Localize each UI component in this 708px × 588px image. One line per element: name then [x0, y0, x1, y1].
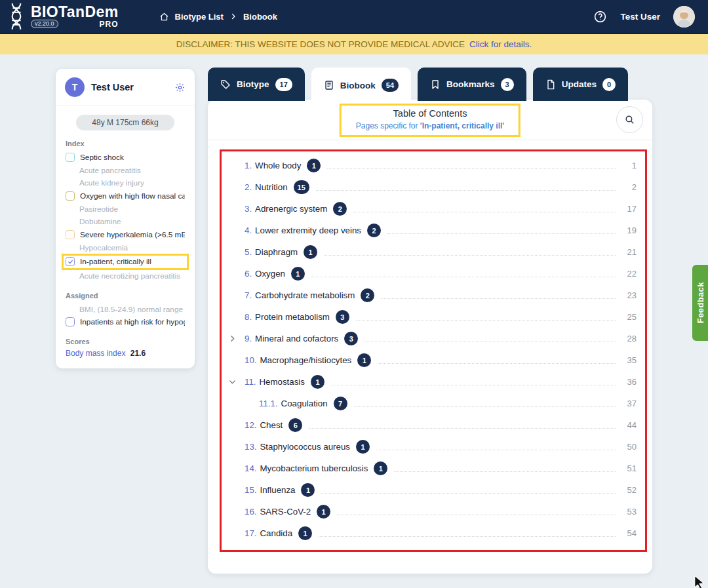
dotted-leader	[394, 471, 616, 472]
toc-count-badge: 1	[317, 505, 330, 519]
tab-biotype[interactable]: Biotype 17	[208, 68, 305, 101]
logo-wordmark: BIOTanDem	[31, 5, 119, 19]
book-icon	[324, 80, 334, 90]
list-item[interactable]: Septic shock	[66, 151, 185, 164]
app-screen: BIOTanDem v2.20.0 PRO Biotype List Biobo…	[0, 0, 708, 588]
search-button[interactable]	[616, 106, 643, 133]
score-row: Body mass index 21.6	[66, 349, 185, 358]
toc-row[interactable]: 11. Hemostasis 1 36	[222, 371, 645, 393]
item-checkbox-checked[interactable]	[66, 257, 75, 266]
bmi-score-value: 21.6	[130, 349, 146, 358]
item-checkbox[interactable]	[66, 153, 75, 162]
index-list: Septic shock Acute pancreatitis Acute ki…	[66, 151, 185, 283]
help-icon[interactable]	[593, 10, 607, 24]
list-item: BMI, (18.5-24.9) normal range	[66, 303, 185, 316]
toc-row[interactable]: 6. Oxygen 1 22	[222, 263, 645, 284]
list-item: Pasireotide	[66, 203, 185, 216]
toc-page-number: 22	[622, 269, 637, 279]
toc-count-badge: 7	[334, 397, 347, 410]
toc-row[interactable]: 2. Nutrition 15 2	[222, 176, 645, 198]
dna-logo-icon	[8, 3, 25, 30]
toc-subtitle: Pages specific for 'In-patient, critical…	[356, 121, 504, 130]
list-item[interactable]: Inpatients at high risk for hypogly...	[66, 316, 185, 329]
breadcrumb-biotype-list[interactable]: Biotype List	[175, 12, 224, 22]
breadcrumb-current: Biobook	[243, 12, 277, 22]
bookmark-icon	[430, 79, 441, 90]
app-logo[interactable]: BIOTanDem v2.20.0 PRO	[8, 3, 119, 30]
toc-page-number: 44	[622, 420, 637, 430]
toc-row[interactable]: 16. SARS-CoV-2 1 53	[222, 501, 645, 522]
tag-icon	[220, 79, 231, 90]
toc-row[interactable]: 13. Staphylococcus aureus 1 50	[222, 436, 645, 458]
toc-count-badge: 15	[294, 180, 309, 194]
biobook-panel: Table of Contents Pages specific for 'In…	[208, 100, 652, 574]
toc-page-number: 52	[622, 485, 637, 495]
item-checkbox[interactable]	[66, 230, 75, 239]
mouse-cursor	[693, 575, 707, 588]
toc-row[interactable]: 12. Chest 6 44	[222, 414, 645, 436]
toc-row[interactable]: 11.1. Coagulation 7 37	[222, 393, 645, 414]
user-avatar[interactable]	[673, 6, 695, 28]
list-item[interactable]: Oxygen with high flow nasal cann...	[66, 189, 185, 203]
dotted-leader	[381, 298, 616, 299]
dotted-leader	[319, 536, 616, 537]
profile-card: T Test User 48y M 175cm 66kg Index Septi…	[56, 69, 195, 368]
toc-page-number: 25	[622, 312, 637, 322]
dotted-leader	[354, 406, 616, 407]
feedback-button[interactable]: Feedback	[692, 265, 708, 341]
toc-count-badge: 1	[374, 461, 387, 475]
toc-count-badge: 1	[357, 353, 371, 367]
tab-biobook[interactable]: Biobook 54	[311, 68, 411, 103]
dotted-leader	[337, 515, 616, 515]
item-checkbox[interactable]	[66, 191, 75, 201]
toc-row[interactable]: 17. Candida 1 54	[222, 522, 645, 544]
toc-page-number: 28	[622, 334, 637, 343]
toc-page-number: 36	[622, 377, 637, 387]
dotted-leader	[321, 493, 616, 494]
item-checkbox[interactable]	[66, 317, 75, 326]
list-item-highlighted[interactable]: In-patient, critically ill	[64, 256, 187, 269]
index-section-label: Index	[66, 140, 185, 147]
list-item: Hypocalcemia	[66, 241, 185, 254]
toc-title: Table of Contents	[356, 108, 504, 119]
dotted-leader	[378, 363, 616, 364]
toc-count-badge: 1	[304, 245, 317, 259]
toc-row[interactable]: 5. Diaphragm 1 21	[222, 241, 645, 263]
toc-page-number: 19	[622, 225, 637, 235]
toc-page-number: 2	[622, 182, 637, 192]
tab-count-badge: 3	[501, 78, 514, 91]
toc-row[interactable]: 15. Influenza 1 52	[222, 479, 645, 501]
toc-row[interactable]: 10. Macrophage/histiocytes 1 35	[222, 349, 645, 371]
disclaimer-bar: DISCLAIMER: THIS WEBSITE DOES NOT PROVID…	[0, 34, 708, 54]
toc-row[interactable]: 8. Protein metabolism 3 25	[222, 306, 645, 328]
toc-page-number: 53	[622, 507, 637, 517]
toc-page-number: 51	[622, 463, 637, 473]
toc-count-badge: 3	[344, 332, 358, 345]
toc-row[interactable]: 1. Whole body 1 1	[222, 155, 645, 176]
toc-count-badge: 1	[301, 483, 315, 497]
tab-count-badge: 0	[602, 78, 616, 91]
disclaimer-details-link[interactable]: Click for details.	[469, 39, 532, 49]
toc-count-badge: 1	[356, 440, 370, 454]
tab-bookmarks[interactable]: Bookmarks 3	[418, 68, 526, 101]
dotted-leader	[387, 233, 616, 234]
toc-row[interactable]: 7. Carbohydrate metabolism 2 23	[222, 284, 645, 306]
chevron-right-icon[interactable]	[228, 334, 245, 343]
toc-page-number: 35	[622, 355, 637, 365]
toc-row[interactable]: 14. Mycobacterium tuberculosis 1 51	[222, 458, 645, 479]
toc-list: 1. Whole body 1 1 2. Nutrition 15 2 3. A…	[222, 155, 645, 544]
toc-title-annotation-box: Table of Contents Pages specific for 'In…	[340, 104, 521, 137]
gear-icon[interactable]	[174, 82, 186, 93]
home-icon[interactable]	[159, 12, 169, 22]
chevron-down-icon[interactable]	[228, 378, 245, 386]
list-item: Acute necrotizing pancreatitis	[66, 269, 185, 283]
list-item[interactable]: Severe hyperkalemia (>6.5 mEq/L)	[66, 228, 185, 241]
toc-row[interactable]: 9. Mineral and cofactors 3 28	[222, 328, 645, 349]
toc-row[interactable]: 3. Adrenergic system 2 17	[222, 198, 645, 220]
dotted-leader	[327, 168, 616, 169]
demographics-pill: 48y M 175cm 66kg	[76, 115, 174, 130]
tab-updates[interactable]: Updates 0	[533, 68, 628, 101]
toc-row[interactable]: 4. Lower extremity deep veins 2 19	[222, 220, 645, 241]
bmi-score-link[interactable]: Body mass index	[66, 349, 125, 358]
scores-section-label: Scores	[66, 338, 185, 345]
